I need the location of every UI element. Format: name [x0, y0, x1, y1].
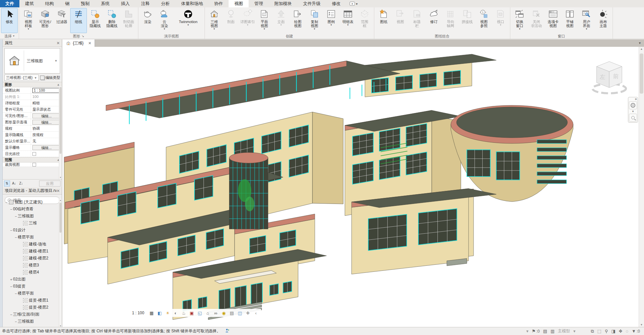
tree-item[interactable]: 楼层3	[3, 262, 59, 269]
properties-header[interactable]: 属性 ✕	[3, 39, 62, 47]
tab-overflow-chevron[interactable]: ▼	[638, 39, 644, 47]
ribbon-button-tab-views[interactable]: 选项卡 视图	[545, 8, 561, 33]
ribbon-button-show-hidden[interactable]: 显示 隐藏线	[87, 8, 104, 33]
apply-button[interactable]: 应用	[39, 181, 60, 187]
ribbon-tab-钢[interactable]: 钢	[59, 0, 75, 7]
ribbon-tab-系统[interactable]: 系统	[95, 0, 115, 7]
edit-button[interactable]: 编辑...	[32, 120, 60, 125]
select-underlay-toggle[interactable]: ⬚	[597, 329, 601, 334]
ribbon-button-remove-hidden[interactable]: 删除 隐藏线	[104, 8, 120, 33]
ribbon-tab-体量和场地[interactable]: 体量和场地	[175, 0, 209, 7]
ribbon-tab-文件升级[interactable]: 文件升级	[297, 0, 326, 7]
steering-wheel-icon[interactable]	[629, 101, 637, 109]
property-value[interactable]: 精细	[32, 101, 40, 106]
worksets-dialog[interactable]: ▤	[543, 329, 547, 334]
ribbon-button-render[interactable]: 渲染	[139, 8, 156, 33]
model-canvas[interactable]: 左 前 ⊗ ▼ ▲ ▼ 1 : 100 ▦◧☀◐♨▣◱⌂∞◉▤◫✚‹	[62, 47, 644, 327]
edit-type-button[interactable]: 编辑类型	[40, 75, 60, 80]
reveal-constraints-icon[interactable]: ✚	[244, 309, 252, 317]
reveal-hidden-elements-icon[interactable]: ◉	[220, 309, 228, 317]
ribbon-tab-插入[interactable]: 插入	[115, 0, 135, 7]
sort-descending-button[interactable]: Z↓	[18, 181, 24, 187]
tree-expander[interactable]: −	[9, 228, 13, 232]
tree-item[interactable]: −三维/立面/剖面	[3, 311, 59, 318]
tree-item[interactable]: −楼层平面	[3, 234, 59, 241]
property-section-图形[interactable]: 图形▲	[3, 82, 62, 87]
ribbon-button-schedule[interactable]: 明细表▾	[340, 8, 356, 33]
ribbon-button-twinmotion[interactable]: Twinmotion▾	[173, 8, 204, 33]
tree-item[interactable]: 建模-楼层2	[3, 255, 59, 262]
unlocked-orientation-icon[interactable]: ⌂	[204, 309, 212, 317]
ribbon-tab-协作[interactable]: 协作	[209, 0, 229, 7]
ribbon-button-filter[interactable]: 过滤器	[53, 8, 70, 33]
tree-item[interactable]: +02出图	[3, 276, 59, 283]
project-browser-header[interactable]: 项目浏览器 - 某幼儿园项目.rvt ✕	[3, 187, 62, 195]
chevron-down-icon[interactable]: ▼	[54, 59, 60, 63]
tree-expander[interactable]: −	[9, 313, 13, 317]
tree-expander[interactable]: −	[5, 200, 8, 204]
ribbon-tab-建筑[interactable]: 建筑	[19, 0, 39, 7]
select-pinned-toggle[interactable]: ⚲	[605, 329, 608, 334]
sort-default-button[interactable]: ⇅	[4, 181, 10, 187]
ribbon-button-legend[interactable]: 图例▾	[323, 8, 340, 33]
select-by-face-toggle[interactable]: ◨	[611, 329, 615, 334]
tree-expander[interactable]: −	[14, 292, 18, 296]
ribbon-button-thin-lines[interactable]: 细线	[70, 8, 87, 33]
ribbon-tab-结构[interactable]: 结构	[39, 0, 59, 7]
type-selector[interactable]: 三维视图 ▼	[4, 48, 60, 74]
property-input[interactable]: 1 : 100	[32, 88, 60, 93]
tree-item[interactable]: 提资-楼层1	[3, 297, 59, 304]
temporary-hide-isolate-icon[interactable]: ∞	[212, 309, 220, 317]
collapse-bar-icon[interactable]: ‹	[252, 309, 260, 317]
chevron-down-icon[interactable]: ▼	[632, 110, 634, 113]
tree-item[interactable]: 建模-楼层1	[3, 248, 59, 255]
tree-item[interactable]: −01设计	[3, 227, 59, 234]
ribbon-tab-分析[interactable]: 分析	[155, 0, 175, 7]
ribbon-button-view-template[interactable]: 视图 样板▾	[20, 8, 37, 33]
canvas-scrollbar[interactable]: ▲ ▼	[639, 47, 644, 327]
sun-path-icon[interactable]: ☀	[164, 309, 171, 317]
selection-filter[interactable]: ▼:0	[632, 329, 640, 334]
tree-expander[interactable]: −	[14, 235, 18, 239]
property-value[interactable]: 按规程	[32, 132, 43, 137]
crop-view-icon[interactable]: ▣	[188, 309, 196, 317]
tree-item[interactable]: −03提资	[3, 283, 59, 290]
properties-scrollbar[interactable]: ▾	[59, 86, 62, 179]
tree-item[interactable]: −三维视图	[3, 213, 59, 220]
crop-region-visibility-icon[interactable]: ◱	[196, 309, 204, 317]
edit-button[interactable]: 编辑...	[32, 145, 60, 150]
ribbon-button-user-interface[interactable]: 用户 界面▾	[578, 8, 595, 33]
edit-button[interactable]: 编辑...	[32, 113, 60, 118]
browser-scrollbar[interactable]: ▴ ▾	[59, 199, 62, 328]
active-workset-label[interactable]: 主模型	[558, 328, 570, 334]
ribbon-tab-修改[interactable]: 修改	[326, 0, 346, 7]
property-section-范围[interactable]: 范围▲	[3, 157, 62, 162]
ribbon-button-visibility[interactable]: 可见性/ 图形	[37, 8, 53, 33]
ribbon-button-view-reference[interactable]: 1视图 参照	[476, 8, 492, 33]
tree-item[interactable]: −视图 (天正建筑)	[3, 199, 59, 206]
tree-item[interactable]: −00临时查看	[3, 206, 59, 213]
scale-button[interactable]: 1 : 100	[129, 310, 147, 316]
ribbon-button-duplicate-view[interactable]: 复制 视图▾	[306, 8, 323, 33]
ribbon-tab-视图[interactable]: 视图	[229, 0, 249, 7]
tree-item[interactable]: −三维视图	[3, 318, 59, 325]
tree-expander[interactable]: −	[14, 214, 18, 218]
ribbon-button-canvas-theme[interactable]: 画布 主题	[595, 8, 612, 33]
view-selector-combo[interactable]: 三维视图: {三维} ▼	[4, 75, 39, 81]
checkbox[interactable]	[32, 152, 36, 156]
ribbon-button-sheet[interactable]: 图纸	[375, 8, 392, 33]
tree-expander[interactable]: −	[9, 285, 13, 289]
ribbon-tab-附加模块[interactable]: 附加模块	[269, 0, 297, 7]
close-icon[interactable]: ✕	[56, 189, 60, 193]
property-value[interactable]: 协调	[32, 126, 40, 131]
tree-expander[interactable]: −	[14, 320, 18, 324]
ribbon-button-drafting-view[interactable]: 绘图 视图	[289, 8, 306, 33]
shadows-icon[interactable]: ◐	[172, 309, 179, 317]
progress-indicator[interactable]: ◌	[626, 329, 628, 334]
ribbon-button-render-cloud[interactable]: 云 渲染▾	[156, 8, 173, 33]
view-cube[interactable]: 左 前	[590, 56, 630, 96]
ribbon-collapse-toggle[interactable]: ▴ ▾	[350, 0, 358, 7]
sort-ascending-button[interactable]: A↓	[11, 181, 17, 187]
tree-expander[interactable]: −	[9, 207, 13, 211]
active-workset[interactable]: ▥	[550, 329, 554, 334]
